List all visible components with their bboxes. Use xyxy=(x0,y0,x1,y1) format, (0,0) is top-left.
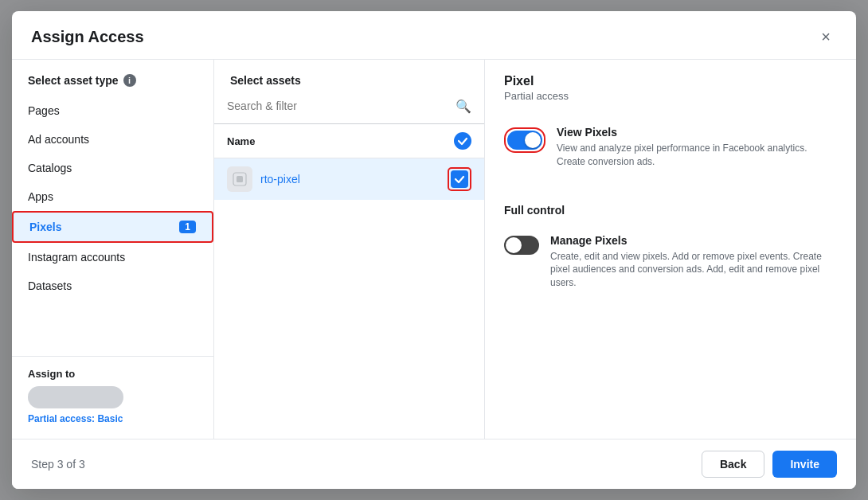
svg-rect-1 xyxy=(237,176,243,182)
partial-access-label: Partial access: Basic xyxy=(28,413,197,424)
pixel-subtitle: Partial access xyxy=(504,90,837,102)
sidebar-item-pages[interactable]: Pages xyxy=(12,96,213,125)
asset-checkbox-wrapper xyxy=(448,167,471,191)
sidebar-item-ad-accounts[interactable]: Ad accounts xyxy=(12,125,213,154)
pixels-badge: 1 xyxy=(179,221,196,233)
invite-button[interactable]: Invite xyxy=(772,451,837,478)
sidebar-item-catalogs[interactable]: Catalogs xyxy=(12,154,213,182)
view-pixels-info: View Pixels View and analyze pixel perfo… xyxy=(557,126,837,169)
modal-title: Assign Access xyxy=(31,28,144,46)
asset-name: rto-pixel xyxy=(260,173,440,186)
toggle-knob xyxy=(525,132,541,148)
step-label: Step 3 of 3 xyxy=(31,458,85,471)
info-icon[interactable]: i xyxy=(123,74,136,87)
search-bar: 🔍 xyxy=(214,96,484,124)
asset-type-list: Pages Ad accounts Catalogs Apps Pixels 1 xyxy=(12,93,213,356)
manage-pixels-desc: Create, edit and view pixels. Add or rem… xyxy=(550,250,837,290)
manage-pixels-permission-row: Manage Pixels Create, edit and view pixe… xyxy=(504,223,837,301)
view-pixels-name: View Pixels xyxy=(557,126,837,139)
assign-to-section: Assign to Partial access: Basic xyxy=(12,356,213,439)
search-icon: 🔍 xyxy=(456,99,471,114)
sidebar-item-pixels[interactable]: Pixels 1 xyxy=(12,211,213,243)
left-column: Select asset type i Pages Ad accounts Ca… xyxy=(12,60,214,439)
sidebar-item-datasets[interactable]: Datasets xyxy=(12,271,213,300)
view-pixels-permission-row: View Pixels View and analyze pixel perfo… xyxy=(504,115,837,180)
select-all-checkbox[interactable] xyxy=(454,132,471,150)
modal-backdrop: Assign Access × Select asset type i Page… xyxy=(0,0,868,500)
assign-access-modal: Assign Access × Select asset type i Page… xyxy=(12,11,856,489)
full-control-divider: Full control xyxy=(485,193,856,223)
modal-header: Assign Access × xyxy=(12,11,856,60)
partial-access-value: Basic xyxy=(97,413,123,424)
asset-type-title: Select asset type i xyxy=(12,60,213,93)
avatar xyxy=(28,386,123,408)
footer-buttons: Back Invite xyxy=(702,451,837,478)
view-pixels-toggle[interactable] xyxy=(507,131,542,150)
modal-footer: Step 3 of 3 Back Invite xyxy=(12,439,856,489)
pixel-title: Pixel xyxy=(504,74,837,88)
manage-pixels-info: Manage Pixels Create, edit and view pixe… xyxy=(550,234,837,290)
modal-body: Select asset type i Pages Ad accounts Ca… xyxy=(12,60,856,439)
toggle-plain-knob xyxy=(506,237,522,253)
asset-pixel-icon xyxy=(227,166,252,192)
assign-to-label: Assign to xyxy=(28,368,197,380)
right-column: Pixel Partial access View Pixels View an… xyxy=(485,60,856,439)
manage-pixels-toggle[interactable] xyxy=(504,236,539,255)
view-pixels-desc: View and analyze pixel performance in Fa… xyxy=(557,142,837,169)
search-input[interactable] xyxy=(227,96,449,115)
sidebar-item-apps[interactable]: Apps xyxy=(12,182,213,211)
full-control-permissions: Manage Pixels Create, edit and view pixe… xyxy=(485,223,856,314)
asset-row[interactable]: rto-pixel xyxy=(214,158,484,200)
back-button[interactable]: Back xyxy=(702,451,764,478)
sidebar-item-instagram-accounts[interactable]: Instagram accounts xyxy=(12,243,213,271)
manage-pixels-name: Manage Pixels xyxy=(550,234,837,247)
view-pixels-toggle-wrapper xyxy=(504,127,545,153)
middle-column: Select assets 🔍 Name xyxy=(214,60,485,439)
right-column-header: Pixel Partial access xyxy=(485,60,856,115)
select-assets-title: Select assets xyxy=(214,60,484,96)
table-header: Name xyxy=(214,124,484,158)
partial-access-permissions: View Pixels View and analyze pixel perfo… xyxy=(485,115,856,193)
close-button[interactable]: × xyxy=(815,25,837,48)
asset-checkbox[interactable] xyxy=(451,170,468,188)
